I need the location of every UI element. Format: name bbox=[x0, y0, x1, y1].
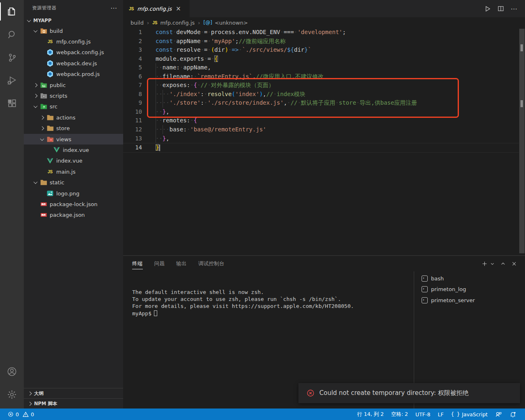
terminal-instance-bash[interactable]: ›bash bbox=[414, 273, 525, 284]
notifications-bell-button[interactable] bbox=[506, 409, 520, 420]
tree-item-mfp.config.js[interactable]: JSmfp.config.js bbox=[24, 36, 123, 47]
tree-item-store[interactable]: store bbox=[24, 123, 123, 134]
line-number[interactable]: 7 bbox=[123, 81, 142, 90]
breadcrumb-file[interactable]: mfp.config.js bbox=[160, 20, 195, 26]
line-content: ····'./store':·'./src/store/index.js',·/… bbox=[156, 99, 417, 108]
tree-item-public[interactable]: public bbox=[24, 80, 123, 90]
run-debug-activity-button[interactable] bbox=[0, 69, 24, 92]
code-line-14[interactable]: 14} bbox=[123, 143, 519, 153]
line-number[interactable]: 5 bbox=[123, 63, 142, 72]
close-panel-icon[interactable] bbox=[511, 261, 517, 266]
line-number[interactable]: 14 bbox=[123, 143, 142, 152]
tree-item-src[interactable]: src bbox=[24, 101, 123, 112]
terminal-icon: › bbox=[422, 275, 428, 282]
terminal-output[interactable]: The default interactive shell is now zsh… bbox=[132, 289, 406, 317]
line-number[interactable]: 4 bbox=[123, 55, 142, 64]
tree-item-views[interactable]: views bbox=[24, 134, 123, 145]
split-editor-button[interactable] bbox=[497, 5, 504, 12]
tree-item-index.vue[interactable]: index.vue bbox=[24, 156, 123, 166]
tree-item-package-lock.json[interactable]: package-lock.json bbox=[24, 199, 123, 209]
tree-item-package.json[interactable]: package.json bbox=[24, 210, 123, 220]
line-number[interactable]: 3 bbox=[123, 46, 142, 55]
tab-problems[interactable]: 问题 bbox=[154, 256, 165, 271]
scrollbar-slider[interactable] bbox=[519, 29, 525, 253]
terminal-cursor bbox=[154, 310, 157, 316]
line-number[interactable]: 13 bbox=[123, 134, 142, 143]
eol-status[interactable]: LF bbox=[434, 409, 447, 420]
tree-item-static[interactable]: static bbox=[24, 177, 123, 188]
settings-button[interactable] bbox=[0, 383, 24, 406]
tree-item-logo.png[interactable]: logo.png bbox=[24, 188, 123, 199]
line-number[interactable]: 11 bbox=[123, 116, 142, 125]
source-control-activity-button[interactable] bbox=[0, 46, 24, 69]
explorer-activity-button[interactable] bbox=[0, 0, 24, 23]
code-line-4[interactable]: 4module.exports·=·{ bbox=[123, 55, 519, 64]
extensions-activity-button[interactable] bbox=[0, 92, 24, 115]
code-line-5[interactable]: 5··name:·appName, bbox=[123, 63, 519, 72]
chevron-right-icon bbox=[34, 83, 38, 87]
tab-terminal[interactable]: 终端 bbox=[132, 256, 143, 271]
tab-mfp-config-js[interactable]: JS mfp.config.js × bbox=[123, 0, 190, 17]
line-number[interactable]: 9 bbox=[123, 99, 142, 108]
project-root-header[interactable]: MYAPP bbox=[24, 16, 123, 25]
feedback-button[interactable] bbox=[491, 409, 506, 420]
tree-item-label: store bbox=[56, 125, 70, 131]
search-activity-button[interactable] bbox=[0, 23, 24, 46]
tab-output[interactable]: 输出 bbox=[176, 256, 187, 271]
line-number[interactable]: 2 bbox=[123, 37, 142, 46]
code-line-9[interactable]: 9····'./store':·'./src/store/index.js',·… bbox=[123, 99, 519, 108]
line-number[interactable]: 1 bbox=[123, 28, 142, 37]
code-line-12[interactable]: 12····base:·'base@/remoteEntry.js' bbox=[123, 125, 519, 134]
more-actions-icon[interactable]: ⋯ bbox=[511, 5, 518, 13]
code-line-6[interactable]: 6··filename:·`remoteEntry.js`,//微应用入口,不建… bbox=[123, 72, 519, 81]
tree-item-scripts[interactable]: scripts bbox=[24, 90, 123, 101]
terminal-instance-primeton_server[interactable]: ›primeton_server bbox=[414, 295, 525, 306]
outline-section[interactable]: 大纲 bbox=[24, 388, 123, 398]
language-label: JavaScript bbox=[462, 411, 488, 418]
tree-item-webpack.dev.js[interactable]: webpack.dev.js bbox=[24, 58, 123, 69]
notification-toast[interactable]: Could not create temporary directory: 权限… bbox=[298, 383, 520, 403]
language-mode-status[interactable]: { } JavaScript bbox=[447, 409, 491, 420]
account-button[interactable] bbox=[0, 360, 24, 383]
line-number[interactable]: 12 bbox=[123, 125, 142, 134]
breadcrumb-symbol[interactable]: <unknown> bbox=[215, 20, 248, 26]
code-line-10[interactable]: 10··}, bbox=[123, 108, 519, 117]
chevron-right-icon bbox=[28, 391, 32, 395]
code-editor[interactable]: 1const·devMode·=·process.env.NODE_ENV·==… bbox=[123, 28, 519, 255]
code-line-2[interactable]: 2const·appName·=·'myApp';//微前端应用名称 bbox=[123, 37, 519, 46]
code-line-3[interactable]: 3const·resolve·=·(dir)·=>·`./src/views/$… bbox=[123, 46, 519, 55]
code-line-1[interactable]: 1const·devMode·=·process.env.NODE_ENV·==… bbox=[123, 28, 519, 37]
new-terminal-button[interactable] bbox=[481, 261, 488, 267]
tree-item-main.js[interactable]: JSmain.js bbox=[24, 166, 123, 177]
terminal-instance-primeton_log[interactable]: ›primeton_log bbox=[414, 284, 525, 295]
tree-item-label: webpack.prod.js bbox=[56, 71, 100, 77]
npm-scripts-section[interactable]: NPM 脚本 bbox=[24, 398, 123, 409]
code-line-13[interactable]: 13··}, bbox=[123, 134, 519, 143]
tree-item-build[interactable]: build bbox=[24, 25, 123, 36]
more-actions-icon[interactable]: ⋯ bbox=[110, 4, 117, 12]
code-line-11[interactable]: 11··remotes:·{ bbox=[123, 116, 519, 125]
line-number[interactable]: 10 bbox=[123, 108, 142, 117]
code-line-8[interactable]: 8····'./index':·resolve('index'),//·inde… bbox=[123, 90, 519, 99]
tree-item-label: mfp.config.js bbox=[56, 39, 91, 45]
run-file-button[interactable] bbox=[484, 5, 491, 12]
editor-group: JS mfp.config.js × ⋯ build › JS mfp.conf… bbox=[123, 0, 525, 255]
chevron-down-icon[interactable] bbox=[490, 262, 495, 266]
encoding-status[interactable]: UTF-8 bbox=[412, 409, 434, 420]
cursor-position-status[interactable]: 行 14, 列 2 bbox=[353, 409, 387, 420]
problems-status[interactable]: 0 0 bbox=[4, 409, 38, 420]
maximize-panel-icon[interactable] bbox=[500, 261, 506, 266]
tree-item-actions[interactable]: actions bbox=[24, 112, 123, 123]
code-line-7[interactable]: 7··exposes:·{·//·对外暴露的模块（页面） bbox=[123, 81, 519, 90]
line-number[interactable]: 8 bbox=[123, 90, 142, 99]
tree-item-webpack.config.js[interactable]: webpack.config.js bbox=[24, 47, 123, 58]
tab-debug-console[interactable]: 调试控制台 bbox=[198, 256, 225, 271]
line-number[interactable]: 6 bbox=[123, 72, 142, 81]
breadcrumb-folder[interactable]: build bbox=[131, 20, 144, 26]
close-tab-icon[interactable]: × bbox=[176, 5, 181, 12]
code-token: './index' bbox=[170, 91, 201, 97]
editor-scrollbar[interactable] bbox=[519, 28, 525, 255]
tree-item-webpack.prod.js[interactable]: webpack.prod.js bbox=[24, 69, 123, 80]
tree-item-index.vue[interactable]: index.vue bbox=[24, 145, 123, 155]
indentation-status[interactable]: 空格: 2 bbox=[387, 409, 412, 420]
